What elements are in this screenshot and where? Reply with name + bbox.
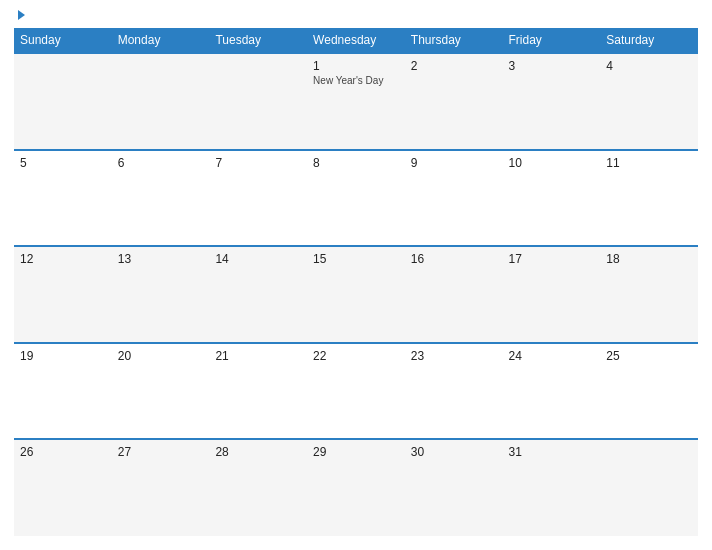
weekday-header-friday: Friday (503, 28, 601, 53)
calendar-cell: 15 (307, 246, 405, 343)
calendar-cell: 21 (209, 343, 307, 440)
day-number: 17 (509, 252, 595, 266)
calendar-cell: 28 (209, 439, 307, 536)
calendar-week-row: 19202122232425 (14, 343, 698, 440)
logo-triangle-icon (18, 10, 25, 20)
calendar-cell: 1New Year's Day (307, 53, 405, 150)
calendar-cell: 22 (307, 343, 405, 440)
calendar-cell (112, 53, 210, 150)
calendar-cell: 8 (307, 150, 405, 247)
calendar-cell: 13 (112, 246, 210, 343)
day-number: 1 (313, 59, 399, 73)
day-number: 29 (313, 445, 399, 459)
calendar-cell: 9 (405, 150, 503, 247)
day-number: 5 (20, 156, 106, 170)
weekday-header-wednesday: Wednesday (307, 28, 405, 53)
calendar-cell: 20 (112, 343, 210, 440)
calendar-cell: 24 (503, 343, 601, 440)
calendar-cell: 26 (14, 439, 112, 536)
calendar-cell: 10 (503, 150, 601, 247)
day-number: 30 (411, 445, 497, 459)
weekday-header-monday: Monday (112, 28, 210, 53)
weekday-header-row: SundayMondayTuesdayWednesdayThursdayFrid… (14, 28, 698, 53)
calendar-cell: 2 (405, 53, 503, 150)
day-number: 26 (20, 445, 106, 459)
calendar-table: SundayMondayTuesdayWednesdayThursdayFrid… (14, 28, 698, 536)
logo-blue-row (14, 10, 25, 20)
calendar-cell: 23 (405, 343, 503, 440)
calendar-cell (14, 53, 112, 150)
day-number: 8 (313, 156, 399, 170)
weekday-header-tuesday: Tuesday (209, 28, 307, 53)
calendar-week-row: 262728293031 (14, 439, 698, 536)
calendar-cell: 18 (600, 246, 698, 343)
day-number: 24 (509, 349, 595, 363)
calendar-cell: 7 (209, 150, 307, 247)
day-number: 7 (215, 156, 301, 170)
day-number: 13 (118, 252, 204, 266)
weekday-header-thursday: Thursday (405, 28, 503, 53)
calendar-cell: 30 (405, 439, 503, 536)
day-number: 6 (118, 156, 204, 170)
day-number: 27 (118, 445, 204, 459)
calendar-cell: 4 (600, 53, 698, 150)
calendar-cell: 17 (503, 246, 601, 343)
event-label: New Year's Day (313, 75, 399, 86)
weekday-header-sunday: Sunday (14, 28, 112, 53)
calendar-week-row: 1New Year's Day234 (14, 53, 698, 150)
calendar-week-row: 12131415161718 (14, 246, 698, 343)
calendar-cell: 25 (600, 343, 698, 440)
calendar-cell: 6 (112, 150, 210, 247)
day-number: 23 (411, 349, 497, 363)
day-number: 10 (509, 156, 595, 170)
day-number: 12 (20, 252, 106, 266)
weekday-header-saturday: Saturday (600, 28, 698, 53)
calendar-cell: 16 (405, 246, 503, 343)
calendar-cell: 29 (307, 439, 405, 536)
calendar-wrapper: SundayMondayTuesdayWednesdayThursdayFrid… (0, 0, 712, 550)
calendar-header (14, 10, 698, 20)
calendar-cell (600, 439, 698, 536)
day-number: 22 (313, 349, 399, 363)
day-number: 2 (411, 59, 497, 73)
day-number: 20 (118, 349, 204, 363)
day-number: 9 (411, 156, 497, 170)
calendar-cell: 5 (14, 150, 112, 247)
calendar-cell: 3 (503, 53, 601, 150)
day-number: 16 (411, 252, 497, 266)
day-number: 14 (215, 252, 301, 266)
calendar-cell: 31 (503, 439, 601, 536)
day-number: 18 (606, 252, 692, 266)
day-number: 21 (215, 349, 301, 363)
calendar-cell: 14 (209, 246, 307, 343)
day-number: 11 (606, 156, 692, 170)
calendar-cell: 12 (14, 246, 112, 343)
day-number: 31 (509, 445, 595, 459)
day-number: 28 (215, 445, 301, 459)
calendar-cell: 19 (14, 343, 112, 440)
day-number: 25 (606, 349, 692, 363)
day-number: 3 (509, 59, 595, 73)
calendar-week-row: 567891011 (14, 150, 698, 247)
day-number: 19 (20, 349, 106, 363)
calendar-cell: 11 (600, 150, 698, 247)
calendar-cell: 27 (112, 439, 210, 536)
calendar-cell (209, 53, 307, 150)
day-number: 4 (606, 59, 692, 73)
day-number: 15 (313, 252, 399, 266)
logo (14, 10, 25, 20)
